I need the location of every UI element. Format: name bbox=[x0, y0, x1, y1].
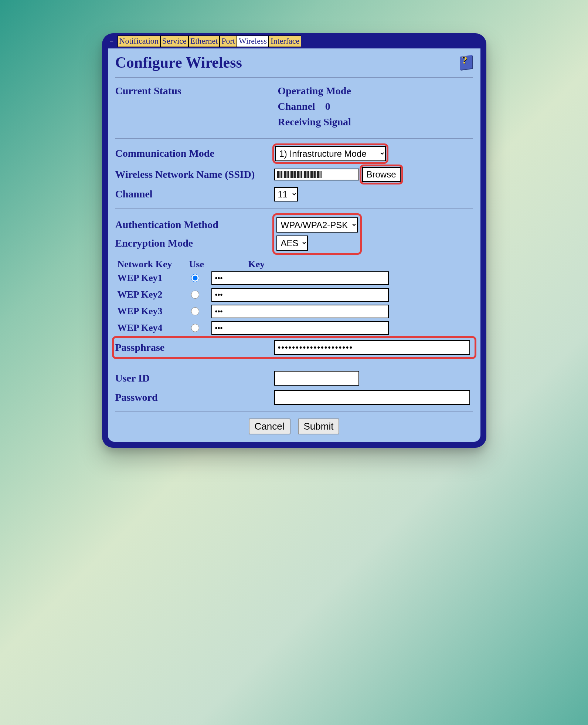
channel-select[interactable]: 11 bbox=[274, 187, 298, 201]
help-icon[interactable]: ? bbox=[458, 54, 473, 70]
passphrase-input[interactable] bbox=[274, 340, 470, 355]
status-section: Current Status Operating Mode Channel 0 … bbox=[115, 85, 473, 132]
browse-button[interactable]: Browse bbox=[362, 167, 401, 182]
wep-key2-input[interactable] bbox=[211, 288, 389, 302]
divider bbox=[115, 411, 473, 412]
wep-row-3: WEP Key3 bbox=[115, 305, 473, 318]
auth-select[interactable]: WPA/WPA2-PSK bbox=[276, 217, 358, 233]
highlight-passphrase: Passphrase bbox=[114, 338, 475, 357]
channel-status-value: 0 bbox=[325, 101, 330, 112]
tab-wireless[interactable]: Wireless bbox=[237, 35, 269, 47]
tab-ethernet[interactable]: Ethernet bbox=[188, 35, 220, 47]
wep-key1-label: WEP Key1 bbox=[115, 272, 189, 284]
highlight-comm-mode: 1) Infrastructure Mode bbox=[274, 145, 387, 162]
ssid-value-obscured bbox=[277, 171, 322, 178]
wep-header: Network Key Use Key bbox=[115, 257, 473, 271]
wep-key4-input[interactable] bbox=[211, 321, 389, 335]
userid-label: User ID bbox=[115, 372, 274, 384]
row-password: Password bbox=[115, 390, 473, 405]
userid-input[interactable] bbox=[274, 371, 359, 386]
divider bbox=[115, 364, 473, 364]
wep-row-2: WEP Key2 bbox=[115, 288, 473, 302]
wep-key4-radio[interactable] bbox=[191, 324, 199, 332]
tab-notification[interactable]: Notification bbox=[118, 35, 160, 47]
comm-mode-label: Communication Mode bbox=[115, 148, 274, 159]
enc-label: Encryption Mode bbox=[115, 237, 274, 249]
comm-mode-select[interactable]: 1) Infrastructure Mode bbox=[275, 146, 386, 161]
row-userid: User ID bbox=[115, 371, 473, 386]
divider bbox=[115, 208, 473, 209]
button-row: Cancel Submit bbox=[115, 419, 473, 434]
enc-select[interactable]: AES bbox=[276, 236, 308, 251]
highlight-browse: Browse bbox=[361, 166, 401, 183]
divider bbox=[115, 77, 473, 78]
wep-row-1: WEP Key1 bbox=[115, 271, 473, 285]
channel-label: Channel bbox=[115, 188, 274, 200]
row-channel: Channel 11 bbox=[115, 187, 473, 201]
wep-key2-radio[interactable] bbox=[191, 291, 199, 299]
submit-button[interactable]: Submit bbox=[298, 419, 340, 434]
current-status-label: Current Status bbox=[115, 85, 274, 97]
tab-interface[interactable]: Interface bbox=[269, 35, 301, 47]
receiving-signal-label: Receiving Signal bbox=[278, 116, 473, 128]
page-title: Configure Wireless bbox=[115, 54, 242, 71]
tree-icon: ⊢ bbox=[109, 38, 115, 44]
config-panel: ⊢ Notification Service Ethernet Port Wir… bbox=[102, 33, 486, 448]
channel-status: Channel 0 bbox=[278, 101, 473, 112]
row-ssid: Wireless Network Name (SSID) Browse bbox=[115, 166, 473, 183]
ssid-label: Wireless Network Name (SSID) bbox=[115, 169, 274, 180]
wep-key1-input[interactable] bbox=[211, 271, 389, 285]
wep-head-use: Use bbox=[189, 259, 248, 270]
cancel-button[interactable]: Cancel bbox=[249, 419, 290, 434]
auth-label: Authentication Method bbox=[115, 219, 274, 231]
divider bbox=[115, 138, 473, 139]
wep-key3-radio[interactable] bbox=[191, 307, 199, 315]
tab-bar: ⊢ Notification Service Ethernet Port Wir… bbox=[102, 33, 486, 47]
wep-key1-radio[interactable] bbox=[191, 274, 199, 282]
wep-key3-input[interactable] bbox=[211, 305, 389, 318]
tab-port[interactable]: Port bbox=[220, 35, 237, 47]
content-area: Configure Wireless ? Current Status Oper… bbox=[108, 48, 480, 442]
channel-status-label: Channel bbox=[278, 101, 315, 112]
operating-mode-label: Operating Mode bbox=[278, 85, 473, 97]
wep-key2-label: WEP Key2 bbox=[115, 289, 189, 300]
password-input[interactable] bbox=[274, 390, 470, 405]
highlight-auth-enc: WPA/WPA2-PSK AES bbox=[274, 215, 360, 253]
password-label: Password bbox=[115, 392, 274, 403]
wep-key3-label: WEP Key3 bbox=[115, 306, 189, 317]
row-comm-mode: Communication Mode 1) Infrastructure Mod… bbox=[115, 145, 473, 162]
passphrase-label: Passphrase bbox=[115, 342, 274, 353]
wep-head-val: Key bbox=[248, 259, 473, 270]
wep-row-4: WEP Key4 bbox=[115, 321, 473, 335]
wep-key4-label: WEP Key4 bbox=[115, 322, 189, 333]
row-auth: Authentication Method Encryption Mode WP… bbox=[115, 215, 473, 253]
tab-service[interactable]: Service bbox=[160, 35, 188, 47]
ssid-input[interactable] bbox=[274, 169, 359, 180]
wep-head-key: Network Key bbox=[115, 259, 189, 270]
